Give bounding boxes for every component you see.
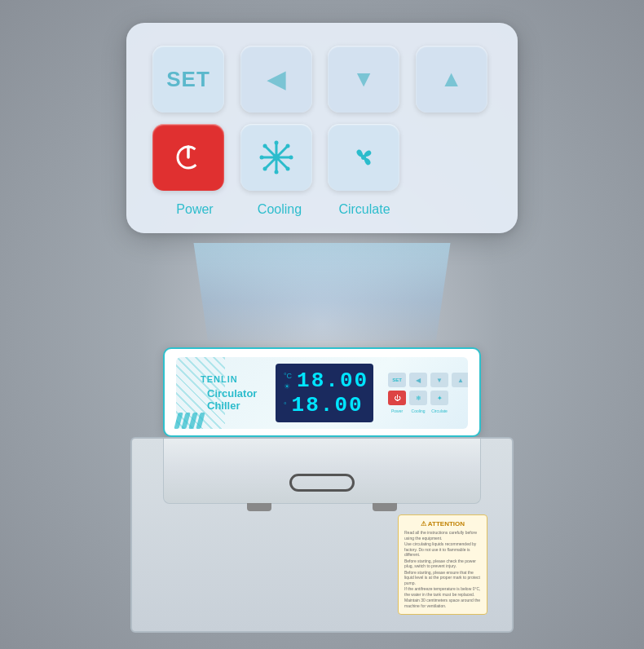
mini-controls: SET ◀ ▼ ▲ ⏻ ❄ ✦ Power Cooling Circulate: [388, 373, 468, 413]
scene: SET ◀ ▼ ▲: [0, 0, 644, 649]
mini-circulate-label: Circulate: [430, 408, 448, 413]
mini-row-2: ⏻ ❄ ✦: [388, 391, 468, 405]
circulate-label: Circulate: [322, 199, 407, 217]
circulate-button[interactable]: [328, 124, 399, 191]
mini-left-btn[interactable]: ◀: [409, 373, 427, 387]
lcd-icons-col: °C ☀: [284, 372, 292, 391]
attention-label: ⚠ ATTENTION Read all the instructions ca…: [398, 514, 487, 615]
lcd-row-top: °C ☀ 18.00: [284, 369, 365, 393]
left-arrow-button[interactable]: ◀: [240, 46, 312, 113]
lcd-icons-col-2: °: [284, 401, 287, 409]
light-beam: [179, 243, 465, 341]
button-labels-row: Power Cooling Circulate: [152, 199, 492, 217]
tank-body: ⚠ ATTENTION Read all the instructions ca…: [130, 437, 514, 633]
mini-set-btn[interactable]: SET: [388, 373, 406, 387]
mini-power-label: Power: [388, 408, 406, 413]
lcd-display: °C ☀ 18.00 ° 18.00: [276, 364, 373, 422]
machine-panel: TENLIN Circulator Chiller °C ☀ 18.00: [163, 347, 481, 437]
temp-icon: °C: [284, 372, 292, 380]
mini-up-btn[interactable]: ▲: [452, 373, 468, 387]
mini-cooling-label: Cooling: [409, 408, 427, 413]
svg-point-14: [273, 154, 280, 161]
down-arrow-button[interactable]: ▼: [328, 46, 399, 113]
attention-line-4: Before starting, please ensure that the …: [404, 570, 481, 586]
svg-point-10: [262, 144, 267, 148]
feet-row: [164, 503, 480, 511]
panel-stripes: [176, 413, 203, 429]
lcd-top-value: 18.00: [297, 369, 368, 393]
power-label: Power: [152, 199, 237, 217]
machine-container: TENLIN Circulator Chiller °C ☀ 18.00: [130, 347, 514, 633]
product-label: Circulator Chiller: [207, 387, 266, 412]
lcd-bottom-value: 18.00: [292, 393, 364, 417]
brand-label: TENLIN: [201, 374, 266, 384]
control-panel: SET ◀ ▼ ▲: [126, 23, 518, 233]
setting-icon: ☀: [284, 382, 292, 391]
empty-label: [407, 199, 492, 217]
cooling-button[interactable]: [240, 124, 312, 191]
attention-title: ⚠ ATTENTION: [404, 520, 481, 528]
svg-point-9: [289, 156, 293, 160]
attention-line-3: Before starting, please check the power …: [404, 558, 481, 569]
up-arrow-button[interactable]: ▲: [416, 46, 487, 113]
svg-point-15: [361, 155, 366, 160]
svg-point-13: [262, 167, 267, 171]
mini-power-btn[interactable]: ⏻: [388, 391, 406, 405]
power-icon: [173, 142, 204, 173]
handle: [289, 474, 355, 492]
attention-line-1: Read all the instructions carefully befo…: [404, 530, 481, 541]
degree-icon: °: [284, 401, 287, 409]
snowflake-icon: [258, 139, 294, 175]
svg-point-8: [259, 156, 263, 160]
foot-left: [247, 503, 271, 511]
empty-cell: [416, 124, 487, 191]
mini-down-btn[interactable]: ▼: [430, 373, 448, 387]
mini-row-1: SET ◀ ▼ ▲: [388, 373, 468, 387]
power-button[interactable]: [152, 124, 224, 191]
machine-panel-inner: TENLIN Circulator Chiller °C ☀ 18.00: [176, 357, 468, 429]
svg-point-6: [274, 141, 278, 145]
cooling-label: Cooling: [237, 199, 322, 217]
button-grid: SET ◀ ▼ ▲: [152, 46, 492, 191]
fan-icon: [346, 140, 381, 174]
svg-point-12: [285, 144, 289, 148]
machine-body: [163, 439, 481, 504]
mini-labels: Power Cooling Circulate: [388, 408, 468, 413]
set-button[interactable]: SET: [152, 46, 224, 113]
mini-cool-btn[interactable]: ❄: [409, 391, 427, 405]
mini-circ-btn[interactable]: ✦: [430, 391, 448, 405]
attention-line-6: Maintain 30 centimeters space around the…: [404, 598, 481, 608]
attention-line-2: Use circulating liquids recommended by f…: [404, 541, 481, 558]
foot-right: [373, 503, 397, 511]
svg-point-11: [285, 167, 289, 171]
attention-line-5: If the antifreeze temperature is below 0…: [404, 586, 481, 597]
svg-point-7: [274, 170, 278, 174]
lcd-row-bottom: ° 18.00: [284, 393, 365, 417]
machine-left: TENLIN Circulator Chiller: [184, 374, 266, 412]
